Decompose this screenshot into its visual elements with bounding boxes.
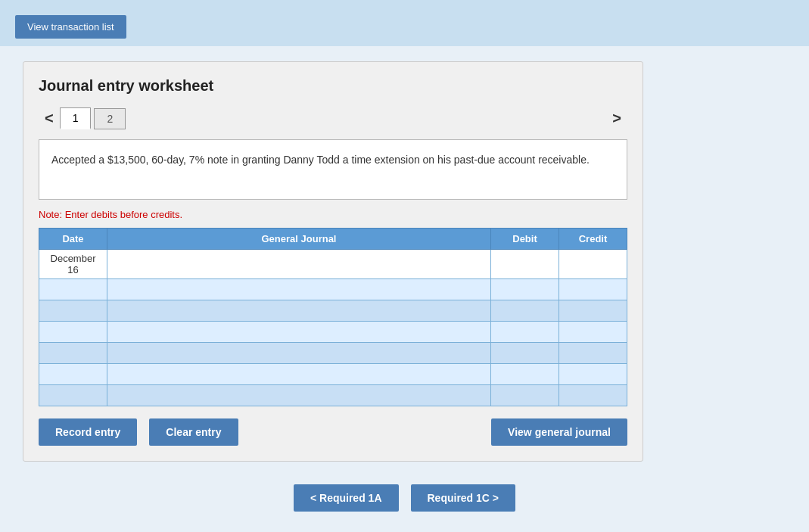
debit-input[interactable] — [491, 343, 559, 363]
journal-cell[interactable] — [107, 322, 491, 343]
debit-cell[interactable] — [491, 343, 559, 364]
journal-cell[interactable] — [107, 279, 491, 300]
description-text: Accepted a $13,500, 60-day, 7% note in g… — [51, 154, 590, 166]
debit-input[interactable] — [491, 385, 559, 406]
date-cell — [39, 300, 107, 322]
journal-cell[interactable] — [107, 300, 491, 322]
debit-input[interactable] — [491, 250, 559, 278]
debit-cell[interactable] — [491, 385, 559, 406]
credit-cell[interactable] — [559, 364, 627, 385]
journal-input[interactable] — [107, 343, 490, 363]
date-cell: December 16 — [39, 250, 107, 279]
tab-2[interactable]: 2 — [94, 108, 126, 129]
credit-cell[interactable] — [559, 343, 627, 364]
worksheet-card: Journal entry worksheet < 1 2 > Accepted… — [23, 61, 643, 462]
date-cell — [39, 364, 107, 385]
table-row — [39, 279, 627, 300]
view-transaction-button[interactable]: View transaction list — [15, 15, 126, 39]
date-cell — [39, 322, 107, 343]
description-box: Accepted a $13,500, 60-day, 7% note in g… — [39, 139, 627, 200]
table-row — [39, 343, 627, 364]
journal-input[interactable] — [107, 322, 490, 342]
col-header-debit: Debit — [491, 229, 559, 250]
credit-cell[interactable] — [559, 279, 627, 300]
view-general-journal-button[interactable]: View general journal — [491, 418, 627, 446]
note-text: Note: Enter debits before credits. — [39, 209, 627, 220]
credit-input[interactable] — [559, 300, 627, 321]
credit-input[interactable] — [559, 343, 627, 363]
tabs-navigation: < 1 2 > — [39, 107, 627, 130]
bottom-navigation: < Required 1A Required 1C > — [23, 484, 786, 527]
date-cell — [39, 385, 107, 406]
journal-table: Date General Journal Debit Credit Decemb… — [39, 228, 627, 406]
credit-input[interactable] — [559, 385, 627, 406]
credit-cell[interactable] — [559, 385, 627, 406]
debit-cell[interactable] — [491, 322, 559, 343]
journal-input[interactable] — [107, 385, 490, 406]
header-area: View transaction list — [0, 8, 809, 46]
debit-input[interactable] — [491, 300, 559, 321]
credit-input[interactable] — [559, 250, 627, 278]
credit-cell[interactable] — [559, 250, 627, 279]
journal-input[interactable] — [107, 300, 490, 321]
credit-input[interactable] — [559, 279, 627, 300]
table-row — [39, 385, 627, 406]
nav-next-button[interactable]: > — [606, 107, 627, 130]
debit-input[interactable] — [491, 364, 559, 384]
credit-input[interactable] — [559, 364, 627, 384]
debit-input[interactable] — [491, 279, 559, 300]
table-row — [39, 364, 627, 385]
journal-cell[interactable] — [107, 250, 491, 279]
journal-cell[interactable] — [107, 364, 491, 385]
credit-input[interactable] — [559, 322, 627, 342]
journal-input[interactable] — [107, 364, 490, 384]
col-header-date: Date — [39, 229, 107, 250]
record-entry-button[interactable]: Record entry — [39, 418, 137, 446]
debit-cell[interactable] — [491, 364, 559, 385]
date-cell — [39, 343, 107, 364]
col-header-journal: General Journal — [107, 229, 491, 250]
table-row — [39, 300, 627, 322]
debit-cell[interactable] — [491, 300, 559, 322]
journal-cell[interactable] — [107, 385, 491, 406]
table-row: December 16 — [39, 250, 627, 279]
table-row — [39, 322, 627, 343]
clear-entry-button[interactable]: Clear entry — [149, 418, 238, 446]
debit-cell[interactable] — [491, 250, 559, 279]
tab-1[interactable]: 1 — [60, 107, 92, 129]
main-content: Journal entry worksheet < 1 2 > Accepted… — [0, 46, 809, 532]
worksheet-title: Journal entry worksheet — [39, 77, 627, 95]
required-1a-button[interactable]: < Required 1A — [294, 484, 399, 512]
debit-cell[interactable] — [491, 279, 559, 300]
credit-cell[interactable] — [559, 322, 627, 343]
required-1c-button[interactable]: Required 1C > — [411, 484, 516, 512]
journal-input[interactable] — [107, 250, 490, 278]
credit-cell[interactable] — [559, 300, 627, 322]
nav-prev-button[interactable]: < — [39, 107, 60, 130]
top-bar — [0, 0, 809, 8]
journal-cell[interactable] — [107, 343, 491, 364]
journal-input[interactable] — [107, 279, 490, 300]
col-header-credit: Credit — [559, 229, 627, 250]
action-buttons-row: Record entry Clear entry View general jo… — [39, 418, 627, 446]
date-cell — [39, 279, 107, 300]
debit-input[interactable] — [491, 322, 559, 342]
